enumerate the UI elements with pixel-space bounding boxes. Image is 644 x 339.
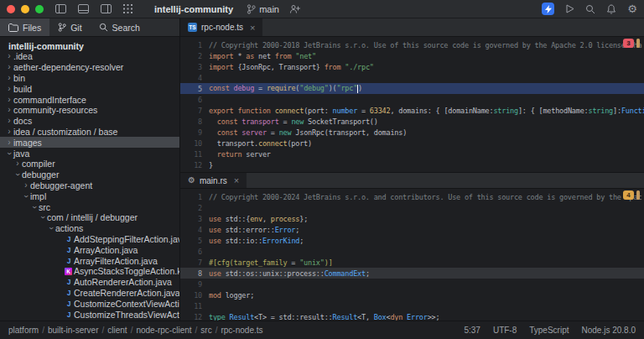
- windows-grid-icon[interactable]: [123, 4, 132, 13]
- code-line[interactable]: 11 return server: [180, 149, 644, 159]
- status-file-encoding[interactable]: UTF-8: [493, 326, 517, 335]
- tree-item[interactable]: ›com / intellij / debugger: [0, 212, 179, 223]
- code-line[interactable]: 1// Copyright 2000-2024 JetBrains s.r.o.…: [180, 191, 644, 202]
- vcs-branch-widget[interactable]: main: [247, 4, 279, 14]
- tree-item[interactable]: JArrayFilterAction.java: [0, 255, 179, 266]
- close-window-button[interactable]: [7, 5, 15, 13]
- chevron-collapsed-icon[interactable]: ›: [5, 138, 13, 147]
- code-line[interactable]: 2import * as net from "net": [180, 50, 644, 61]
- code-with-me-icon[interactable]: [289, 4, 300, 14]
- tab-rpc-node-ts[interactable]: TS rpc-node.ts ×: [180, 18, 262, 36]
- tree-item[interactable]: ›actions: [0, 223, 179, 234]
- search-everywhere-button[interactable]: [585, 4, 595, 14]
- ai-assistant-button[interactable]: [542, 3, 554, 15]
- chevron-expanded-icon[interactable]: ›: [47, 224, 55, 232]
- tree-item[interactable]: ›debugger-agent: [0, 180, 179, 191]
- panel-right-icon[interactable]: [101, 4, 112, 13]
- code-line[interactable]: 9 const server = new JsonRpc(transport, …: [180, 127, 644, 138]
- panel-left-icon[interactable]: [55, 4, 66, 13]
- chevron-collapsed-icon[interactable]: ›: [5, 74, 13, 82]
- inspections-widget[interactable]: 3: [623, 39, 640, 48]
- editor-main-rs[interactable]: 4 1// Copyright 2000-2024 JetBrains s.r.…: [180, 189, 644, 321]
- editor-rpc-node[interactable]: 3 1// Copyright 2000-2018 JetBrains s.r.…: [180, 37, 644, 172]
- inspections-widget[interactable]: 4: [623, 190, 640, 200]
- tree-item[interactable]: JAutoRendererAction.java: [0, 277, 179, 288]
- tree-item[interactable]: ›build: [0, 83, 179, 94]
- code-line[interactable]: 1// Copyright 2000-2018 JetBrains s.r.o.…: [180, 39, 644, 50]
- breadcrumb-item[interactable]: built-in-server: [48, 326, 99, 335]
- code-line[interactable]: 8use std::os::unix::process::CommandExt;: [180, 268, 644, 279]
- code-line[interactable]: 3use std::{env, process};: [180, 213, 644, 224]
- chevron-collapsed-icon[interactable]: ›: [5, 106, 13, 114]
- tree-item[interactable]: ›debugger: [0, 170, 179, 180]
- panel-bottom-icon[interactable]: [78, 4, 89, 13]
- code-line[interactable]: 7export function connect(port: number = …: [180, 105, 644, 116]
- tree-item[interactable]: ›.idea: [0, 51, 179, 62]
- status-runtime-version[interactable]: Node.js 20.8.0: [582, 326, 636, 335]
- tree-root-item[interactable]: intellij-community: [0, 40, 179, 51]
- tree-item[interactable]: JCustomizeContextViewAction.java: [0, 298, 179, 309]
- chevron-expanded-icon[interactable]: ›: [39, 213, 47, 222]
- code-line[interactable]: 4: [180, 72, 644, 83]
- chevron-collapsed-icon[interactable]: ›: [5, 63, 13, 71]
- tree-item[interactable]: ›docs: [0, 116, 179, 127]
- tree-item[interactable]: ›commandInterface: [0, 94, 179, 105]
- tree-item[interactable]: ›images: [0, 137, 179, 148]
- tree-item[interactable]: JCustomizeThreadsViewAction.java: [0, 309, 179, 320]
- breadcrumb-item[interactable]: node-rpc-client: [136, 326, 191, 335]
- breadcrumb-item[interactable]: platform: [8, 326, 39, 335]
- chevron-collapsed-icon[interactable]: ›: [22, 181, 30, 190]
- code-line[interactable]: 6: [180, 246, 644, 257]
- tree-item[interactable]: JCreateRendererAction.java: [0, 288, 179, 299]
- chevron-collapsed-icon[interactable]: ›: [13, 159, 22, 168]
- settings-button[interactable]: ⚙: [627, 3, 637, 14]
- chevron-expanded-icon[interactable]: ›: [30, 203, 39, 211]
- chevron-expanded-icon[interactable]: ›: [13, 170, 22, 179]
- code-line[interactable]: 9: [180, 279, 644, 289]
- chevron-collapsed-icon[interactable]: ›: [5, 117, 13, 125]
- chevron-collapsed-icon[interactable]: ›: [5, 85, 13, 93]
- run-button[interactable]: [565, 4, 574, 13]
- notifications-button[interactable]: [606, 4, 616, 14]
- tab-git[interactable]: Git: [49, 18, 90, 36]
- chevron-collapsed-icon[interactable]: ›: [5, 96, 13, 104]
- code-line[interactable]: 5const debug = require("debug")("rpc"): [180, 83, 644, 94]
- tree-item[interactable]: JAddSteppingFilterAction.java: [0, 234, 179, 245]
- chevron-expanded-icon[interactable]: ›: [22, 192, 30, 201]
- tree-item[interactable]: ›java: [0, 148, 179, 159]
- tree-item[interactable]: ›impl: [0, 190, 179, 201]
- breadcrumb-item[interactable]: rpc-node.ts: [221, 326, 262, 335]
- chevron-expanded-icon[interactable]: ›: [5, 149, 13, 158]
- tree-item[interactable]: JArrayAction.java: [0, 244, 179, 255]
- chevron-collapsed-icon[interactable]: ›: [5, 52, 13, 60]
- tree-item[interactable]: ›compiler: [0, 159, 179, 170]
- code-line[interactable]: 3import {JsonRpc, Transport} from "./rpc…: [180, 61, 644, 72]
- tree-item[interactable]: ›aether-dependency-resolver: [0, 62, 179, 73]
- breadcrumb-item[interactable]: client: [107, 326, 127, 335]
- status-caret-position[interactable]: 5:37: [464, 326, 480, 335]
- tab-main-rs[interactable]: ⚙ main.rs ×: [180, 173, 247, 188]
- tree-item[interactable]: ›idea / customization / base: [0, 127, 179, 138]
- tree-item[interactable]: ›community-resources: [0, 105, 179, 116]
- code-line[interactable]: 4use std::error::Error;: [180, 224, 644, 235]
- warning-count-badge[interactable]: 4: [623, 190, 634, 200]
- tree-item[interactable]: ›bin: [0, 73, 179, 84]
- tree-item[interactable]: ›src: [0, 201, 179, 212]
- code-line[interactable]: 10 transport.connect(port): [180, 138, 644, 149]
- tree-item[interactable]: KAsyncStacksToggleAction.kt: [0, 266, 179, 277]
- code-line[interactable]: 5use std::io::ErrorKind;: [180, 235, 644, 246]
- chevron-collapsed-icon[interactable]: ›: [5, 128, 13, 136]
- code-line[interactable]: 6: [180, 94, 644, 105]
- zoom-window-button[interactable]: [35, 5, 44, 13]
- tab-files[interactable]: Files: [0, 18, 49, 36]
- code-line[interactable]: 11: [180, 300, 644, 311]
- status-file-type[interactable]: TypeScript: [529, 326, 569, 335]
- breadcrumb-item[interactable]: src: [200, 326, 211, 335]
- code-line[interactable]: 12type Result<T> = std::result::Result<T…: [180, 311, 644, 321]
- code-line[interactable]: 12}: [180, 159, 644, 170]
- tab-search[interactable]: Search: [91, 18, 148, 36]
- close-tab-icon[interactable]: ×: [250, 23, 255, 33]
- code-line[interactable]: 8 const transport = new SocketTransport(…: [180, 116, 644, 127]
- close-tab-icon[interactable]: ×: [234, 175, 239, 185]
- error-count-badge[interactable]: 3: [623, 39, 634, 48]
